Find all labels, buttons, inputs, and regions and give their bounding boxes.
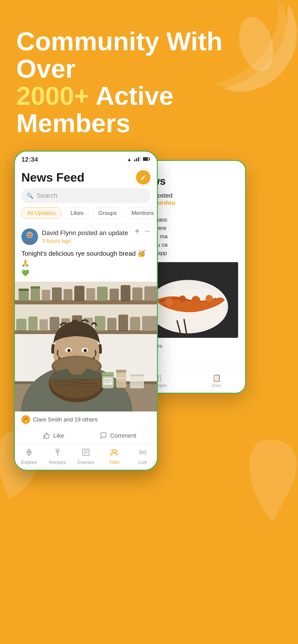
svg-rect-73 bbox=[102, 375, 114, 376]
svg-point-24 bbox=[147, 231, 148, 232]
comment-button[interactable]: Comment bbox=[86, 429, 150, 442]
like-icon bbox=[43, 432, 50, 439]
nav-live[interactable]: Live bbox=[129, 448, 157, 465]
post-author-info: David Flynn posted an update 3 hours ago bbox=[42, 229, 128, 244]
header-title: Community With Over 2000+ Active Members bbox=[16, 28, 282, 137]
svg-rect-40 bbox=[132, 288, 143, 301]
svg-rect-31 bbox=[31, 286, 40, 288]
bottom-nav: Explore Recipes bbox=[15, 445, 157, 470]
svg-rect-46 bbox=[50, 317, 59, 331]
filter-tab-groups[interactable]: Groups bbox=[93, 207, 123, 219]
nav-tribe[interactable]: Tribe bbox=[100, 448, 128, 465]
svg-point-20 bbox=[27, 232, 33, 238]
phone-main: 12:34 ▲ bbox=[14, 151, 158, 470]
more-icon[interactable] bbox=[144, 228, 150, 234]
post-action-icons bbox=[134, 228, 150, 234]
status-time: 12:34 bbox=[21, 156, 38, 163]
search-placeholder-text: Search bbox=[37, 192, 57, 199]
signal-icon bbox=[134, 156, 141, 163]
header-highlight: 2000+ bbox=[16, 81, 89, 110]
svg-rect-41 bbox=[144, 286, 157, 301]
nav-recipes[interactable]: Recipes bbox=[43, 448, 72, 465]
recipes-icon bbox=[53, 448, 62, 458]
svg-rect-34 bbox=[64, 289, 72, 301]
explore-label: Explore bbox=[21, 460, 37, 465]
pin-icon bbox=[134, 228, 140, 234]
svg-rect-39 bbox=[121, 285, 130, 301]
post-meta: David Flynn posted an update 3 hours ago bbox=[21, 228, 150, 245]
nav-explore[interactable]: Explore bbox=[15, 448, 43, 465]
sec-courses-icon: 📋 bbox=[212, 374, 221, 382]
header-line1: Community With Over bbox=[16, 27, 223, 83]
search-icon: 🔍 bbox=[27, 192, 34, 199]
svg-point-63 bbox=[69, 349, 70, 351]
svg-point-25 bbox=[149, 231, 150, 232]
filter-tab-likes[interactable]: Likes bbox=[65, 207, 89, 219]
svg-rect-80 bbox=[116, 378, 126, 378]
svg-rect-81 bbox=[130, 374, 144, 388]
svg-rect-13 bbox=[136, 158, 137, 161]
svg-rect-32 bbox=[42, 290, 50, 301]
edit-button[interactable] bbox=[136, 170, 150, 184]
reaction-text: Clare Smith and 19 others bbox=[33, 416, 98, 423]
search-container: 🔍 Search bbox=[15, 188, 157, 207]
comment-label: Comment bbox=[110, 432, 136, 439]
courses-icon bbox=[82, 448, 90, 458]
status-icons: ▲ bbox=[127, 156, 150, 163]
svg-rect-43 bbox=[16, 319, 27, 331]
svg-rect-35 bbox=[74, 286, 85, 301]
phones-section: News Flynn posted The Sourdou ago n styl… bbox=[0, 151, 298, 644]
header-section: Community With Over 2000+ Active Members bbox=[0, 0, 298, 151]
svg-rect-18 bbox=[149, 158, 150, 160]
post-author-name: David Flynn posted an update bbox=[42, 229, 128, 237]
filter-tab-all[interactable]: All Updates bbox=[21, 207, 62, 219]
svg-rect-33 bbox=[52, 288, 62, 301]
svg-rect-38 bbox=[110, 288, 119, 301]
search-bar[interactable]: 🔍 Search bbox=[21, 188, 150, 203]
svg-rect-82 bbox=[130, 374, 144, 376]
svg-point-66 bbox=[85, 349, 86, 351]
svg-rect-12 bbox=[134, 160, 135, 161]
post-text: Tonight's delicious rye sourdough bread … bbox=[21, 249, 150, 278]
sec-courses-label: Cour bbox=[212, 383, 221, 388]
svg-rect-72 bbox=[102, 372, 114, 375]
svg-rect-15 bbox=[140, 156, 141, 161]
filter-tab-mentions[interactable]: Mentions bbox=[126, 207, 157, 219]
svg-point-11 bbox=[206, 295, 213, 302]
feed-title: News Feed bbox=[21, 170, 85, 184]
post-image bbox=[15, 282, 157, 412]
reaction-fire-icon: 🔥 bbox=[21, 415, 30, 424]
reaction-bar: 🔥 Clare Smith and 19 others bbox=[15, 412, 157, 427]
svg-rect-37 bbox=[97, 287, 108, 301]
explore-icon bbox=[25, 448, 33, 458]
status-bar: 12:34 ▲ bbox=[15, 152, 157, 166]
live-icon bbox=[139, 448, 147, 458]
svg-point-22 bbox=[31, 234, 32, 235]
svg-rect-14 bbox=[138, 157, 139, 161]
svg-point-10 bbox=[191, 296, 200, 305]
svg-rect-53 bbox=[130, 317, 140, 331]
recipes-label: Recipes bbox=[49, 460, 66, 465]
courses-label: Courses bbox=[77, 460, 95, 465]
nav-courses[interactable]: Courses bbox=[72, 448, 100, 465]
tribe-label: Tribe bbox=[109, 460, 120, 465]
filter-tabs: All Updates Likes Groups Mentions Follow bbox=[15, 207, 157, 224]
svg-point-9 bbox=[179, 296, 186, 302]
svg-rect-44 bbox=[28, 316, 38, 331]
svg-rect-51 bbox=[107, 318, 117, 331]
like-label: Like bbox=[53, 432, 64, 439]
tribe-icon bbox=[110, 448, 118, 458]
svg-point-23 bbox=[145, 231, 146, 232]
sec-nav-courses[interactable]: 📋 Cour bbox=[188, 374, 245, 388]
wifi-icon: ▲ bbox=[127, 156, 132, 162]
post-author: David Flynn posted an update 3 hours ago bbox=[21, 228, 128, 245]
action-row: Like Comment bbox=[15, 427, 157, 445]
svg-rect-74 bbox=[104, 378, 112, 385]
like-button[interactable]: Like bbox=[21, 429, 86, 442]
svg-rect-45 bbox=[40, 319, 48, 331]
svg-rect-36 bbox=[86, 288, 95, 301]
battery-icon bbox=[143, 156, 150, 162]
svg-point-21 bbox=[28, 234, 29, 235]
author-avatar bbox=[21, 228, 38, 245]
svg-rect-54 bbox=[142, 316, 157, 331]
